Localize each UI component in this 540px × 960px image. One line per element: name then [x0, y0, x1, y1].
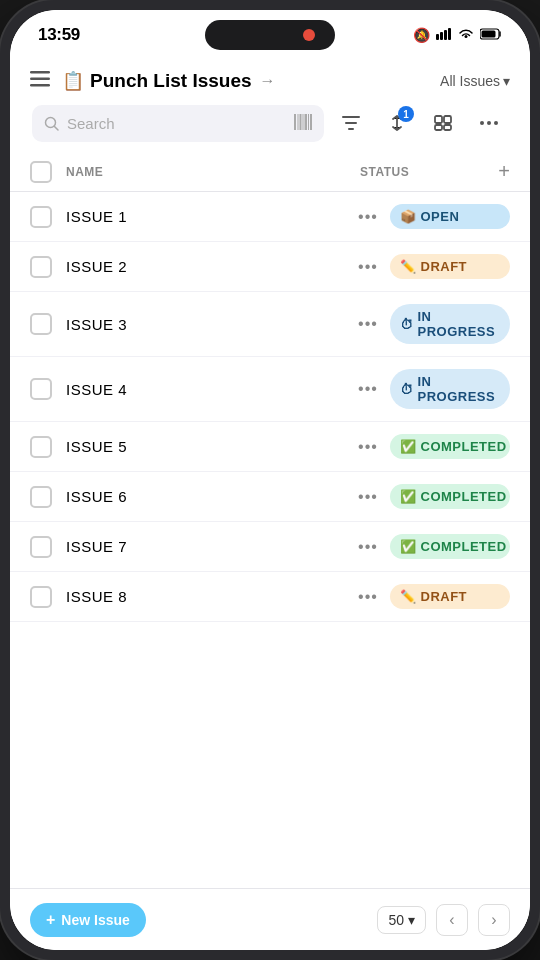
- status-emoji: ✅: [400, 439, 417, 454]
- mute-icon: 🔕: [413, 27, 430, 43]
- all-issues-chevron: ▾: [503, 73, 510, 89]
- next-page-button[interactable]: ›: [478, 904, 510, 936]
- svg-rect-3: [448, 28, 451, 40]
- status-column-header: STATUS: [360, 165, 480, 179]
- filter-button[interactable]: [332, 104, 370, 142]
- all-issues-button[interactable]: All Issues ▾: [440, 73, 510, 89]
- status-emoji: ✏️: [400, 259, 417, 274]
- row-name: Issue 8: [66, 588, 346, 605]
- row-more-button[interactable]: •••: [346, 380, 390, 398]
- row-name: Issue 4: [66, 381, 346, 398]
- row-checkbox[interactable]: [30, 378, 52, 400]
- row-checkbox-col: [30, 313, 66, 335]
- status-emoji: ✅: [400, 539, 417, 554]
- row-checkbox-col: [30, 378, 66, 400]
- svg-rect-20: [435, 125, 442, 130]
- phone-frame: 13:59 🔕 📋: [0, 0, 540, 960]
- svg-line-10: [55, 126, 59, 130]
- status-label: Completed: [421, 489, 507, 504]
- row-more-button[interactable]: •••: [346, 315, 390, 333]
- svg-rect-18: [435, 116, 442, 123]
- status-emoji: ✅: [400, 489, 417, 504]
- toolbar: Search 1: [30, 104, 510, 144]
- row-more-button[interactable]: •••: [346, 438, 390, 456]
- status-badge: ✅ Completed: [390, 534, 510, 559]
- pagination: 50 ▾ ‹ ›: [377, 904, 510, 936]
- battery-icon: [480, 27, 502, 43]
- row-name: Issue 1: [66, 208, 346, 225]
- add-column-header: +: [480, 160, 510, 183]
- status-label: In Progress: [418, 309, 501, 339]
- new-issue-button[interactable]: + New Issue: [30, 903, 146, 937]
- table-row: Issue 7 ••• ✅ Completed: [10, 522, 530, 572]
- screen: 13:59 🔕 📋: [10, 10, 530, 950]
- page-size-chevron: ▾: [408, 912, 415, 928]
- row-checkbox[interactable]: [30, 586, 52, 608]
- notch-dot: [303, 29, 315, 41]
- table-row: Issue 5 ••• ✅ Completed: [10, 422, 530, 472]
- filter-icon: [342, 115, 360, 131]
- title-emoji: 📋: [62, 70, 84, 92]
- svg-rect-11: [294, 114, 296, 130]
- select-all-checkbox[interactable]: [30, 161, 52, 183]
- table-header: NAME STATUS +: [10, 152, 530, 192]
- sort-button[interactable]: 1: [378, 104, 416, 142]
- status-emoji: ⏱: [400, 382, 414, 397]
- row-name: Issue 7: [66, 538, 346, 555]
- page-size-button[interactable]: 50 ▾: [377, 906, 426, 934]
- svg-rect-21: [444, 125, 451, 130]
- prev-arrow-icon: ‹: [449, 911, 454, 929]
- row-checkbox-col: [30, 256, 66, 278]
- row-name: Issue 6: [66, 488, 346, 505]
- row-more-button[interactable]: •••: [346, 538, 390, 556]
- svg-rect-2: [444, 30, 447, 40]
- svg-rect-16: [308, 114, 309, 130]
- table-row: Issue 6 ••• ✅ Completed: [10, 472, 530, 522]
- status-label: Open: [421, 209, 460, 224]
- group-icon: [434, 115, 452, 131]
- prev-page-button[interactable]: ‹: [436, 904, 468, 936]
- add-column-button[interactable]: +: [498, 160, 510, 183]
- header-title-group: 📋 Punch List Issues →: [62, 70, 432, 92]
- search-icon: [44, 116, 59, 131]
- status-badge: ✏️ Draft: [390, 254, 510, 279]
- svg-point-24: [494, 121, 498, 125]
- table-row: Issue 1 ••• 📦 Open: [10, 192, 530, 242]
- row-checkbox[interactable]: [30, 536, 52, 558]
- new-issue-label: New Issue: [61, 912, 129, 928]
- svg-rect-1: [440, 32, 443, 40]
- row-checkbox[interactable]: [30, 256, 52, 278]
- group-button[interactable]: [424, 104, 462, 142]
- name-column-header: NAME: [66, 165, 316, 179]
- row-more-button[interactable]: •••: [346, 258, 390, 276]
- search-box[interactable]: Search: [32, 105, 324, 142]
- menu-icon[interactable]: [30, 71, 50, 92]
- row-more-button[interactable]: •••: [346, 588, 390, 606]
- table-row: Issue 3 ••• ⏱ In Progress: [10, 292, 530, 357]
- header-checkbox-col: [30, 161, 66, 183]
- row-name: Issue 3: [66, 316, 346, 333]
- row-checkbox-col: [30, 536, 66, 558]
- more-button[interactable]: [470, 104, 508, 142]
- svg-rect-15: [305, 114, 308, 130]
- svg-rect-6: [30, 71, 50, 74]
- row-more-button[interactable]: •••: [346, 488, 390, 506]
- row-checkbox[interactable]: [30, 313, 52, 335]
- table-container: NAME STATUS + Issue 1 ••• 📦 Open Issue 2…: [10, 152, 530, 888]
- status-badge: ✅ Completed: [390, 484, 510, 509]
- page-title: Punch List Issues: [90, 70, 252, 92]
- row-checkbox[interactable]: [30, 206, 52, 228]
- row-more-button[interactable]: •••: [346, 208, 390, 226]
- all-issues-label: All Issues: [440, 73, 500, 89]
- barcode-icon: [294, 114, 312, 133]
- svg-point-23: [487, 121, 491, 125]
- table-row: Issue 8 ••• ✏️ Draft: [10, 572, 530, 622]
- table-row: Issue 2 ••• ✏️ Draft: [10, 242, 530, 292]
- page-size-value: 50: [388, 912, 404, 928]
- row-name: Issue 5: [66, 438, 346, 455]
- row-checkbox[interactable]: [30, 486, 52, 508]
- sort-badge: 1: [398, 106, 414, 122]
- status-label: Completed: [421, 539, 507, 554]
- row-checkbox[interactable]: [30, 436, 52, 458]
- row-checkbox-col: [30, 486, 66, 508]
